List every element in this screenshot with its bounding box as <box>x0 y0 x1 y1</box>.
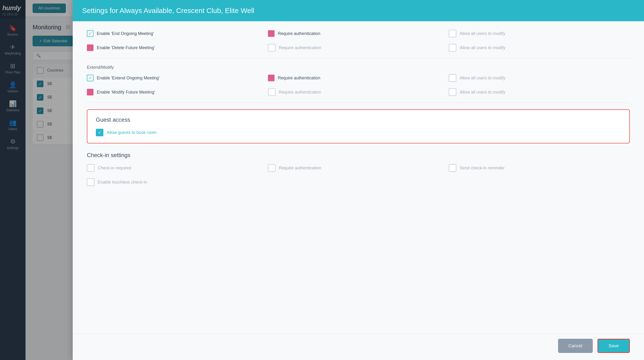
end-ongoing-label: Enable 'End Ongoing Meeting' <box>97 31 154 36</box>
delete-future-auth-label: Require authentication <box>279 45 321 50</box>
modify-future-col3: Allow all users to modify <box>449 88 630 96</box>
checkin-auth-checkbox[interactable] <box>268 164 276 172</box>
end-ongoing-col1: ✓ Enable 'End Ongoing Meeting' <box>87 30 268 37</box>
checkin-col2: Require authentication <box>268 164 449 172</box>
allow-guests-row: ✓ Allow guests to book room <box>96 129 621 136</box>
end-ongoing-col2: Require authentication <box>268 30 449 37</box>
extend-ongoing-auth-label: Require authentication <box>278 76 320 81</box>
delete-future-label: Enable 'Delete Future Meeting' <box>97 45 155 50</box>
extend-ongoing-label: Enable 'Extend Ongoing Meeting' <box>97 76 160 81</box>
end-ongoing-row: ✓ Enable 'End Ongoing Meeting' Require a… <box>87 30 630 37</box>
extend-ongoing-col1: ✓ Enable 'Extend Ongoing Meeting' <box>87 75 268 81</box>
extend-ongoing-checkbox[interactable]: ✓ <box>87 75 94 81</box>
dialog-title: Settings for Always Available, Crescent … <box>82 7 254 15</box>
extend-modify-section-title: Extend/Modify <box>87 65 630 70</box>
end-ongoing-auth-checkbox[interactable] <box>268 30 274 37</box>
delete-future-col3: Allow all users to modify <box>449 44 630 52</box>
touchless-checkin-label: Enable touchless check-in <box>98 180 147 185</box>
delete-future-row: Enable 'Delete Future Meeting' Require a… <box>87 44 630 52</box>
checkin-row2: Enable touchless check-in <box>87 178 630 186</box>
modify-future-col2: Require authentication <box>268 88 449 96</box>
checkin-reminder-checkbox[interactable] <box>449 164 456 172</box>
extend-ongoing-row: ✓ Enable 'Extend Ongoing Meeting' Requir… <box>87 74 630 82</box>
checkin-required-label: Check-in required <box>98 166 131 171</box>
checkin-col1: Check-in required <box>87 164 268 172</box>
modify-future-label: Enable 'Modify Future Meeting' <box>97 90 155 95</box>
cancel-button[interactable]: Cancel <box>558 339 593 353</box>
modify-future-col1: Enable 'Modify Future Meeting' <box>87 89 268 95</box>
extend-ongoing-modify-label: Allow all users to modify <box>460 76 505 81</box>
checkin-auth-label: Require authentication <box>279 166 321 171</box>
extend-ongoing-col3: Allow all users to modify <box>449 74 630 82</box>
delete-future-col1: Enable 'Delete Future Meeting' <box>87 45 268 51</box>
delete-future-modify-label: Allow all users to modify <box>460 45 505 50</box>
checkin-reminder-label: Send check-in reminder <box>460 166 504 171</box>
checkin-row1: Check-in required Require authentication… <box>87 164 630 172</box>
modify-future-checkbox[interactable] <box>87 89 94 95</box>
guest-access-title: Guest access <box>96 117 621 123</box>
divider2 <box>87 103 630 103</box>
dialog-footer: Cancel Save <box>73 334 644 360</box>
end-ongoing-modify-label: Allow all users to modify <box>460 31 505 36</box>
modify-future-modify-checkbox[interactable] <box>449 88 456 96</box>
touchless-checkin-checkbox[interactable] <box>87 178 94 186</box>
extend-ongoing-col2: Require authentication <box>268 75 449 81</box>
end-ongoing-modify-checkbox[interactable] <box>449 30 456 37</box>
checkin-col3: Send check-in reminder <box>449 164 630 172</box>
delete-future-col2: Require authentication <box>268 44 449 52</box>
allow-guests-checkbox[interactable]: ✓ <box>96 129 104 136</box>
touchless-col1: Enable touchless check-in <box>87 178 268 186</box>
allow-guests-label: Allow guests to book room <box>107 130 156 135</box>
dialog-header: Settings for Always Available, Crescent … <box>73 0 644 21</box>
delete-future-modify-checkbox[interactable] <box>449 44 456 52</box>
guest-access-box: Guest access ✓ Allow guests to book room <box>87 109 630 143</box>
delete-future-auth-checkbox[interactable] <box>268 44 276 52</box>
end-ongoing-checkbox[interactable]: ✓ <box>87 30 94 37</box>
end-ongoing-col3: Allow all users to modify <box>449 30 630 37</box>
delete-future-checkbox[interactable] <box>87 45 94 51</box>
modify-future-auth-label: Require authentication <box>279 90 321 95</box>
checkin-required-checkbox[interactable] <box>87 164 94 172</box>
settings-dialog: Settings for Always Available, Crescent … <box>73 0 644 360</box>
modify-future-auth-checkbox[interactable] <box>268 88 276 96</box>
extend-ongoing-modify-checkbox[interactable] <box>449 74 456 82</box>
save-button[interactable]: Save <box>598 339 630 353</box>
divider <box>87 58 630 58</box>
modify-future-row: Enable 'Modify Future Meeting' Require a… <box>87 88 630 96</box>
checkin-title: Check-in settings <box>87 152 630 159</box>
end-ongoing-auth-label: Require authentication <box>278 31 320 36</box>
modify-future-modify-label: Allow all users to modify <box>460 90 505 95</box>
extend-ongoing-auth-checkbox[interactable] <box>268 75 274 81</box>
dialog-body: ✓ Enable 'End Ongoing Meeting' Require a… <box>73 21 644 334</box>
